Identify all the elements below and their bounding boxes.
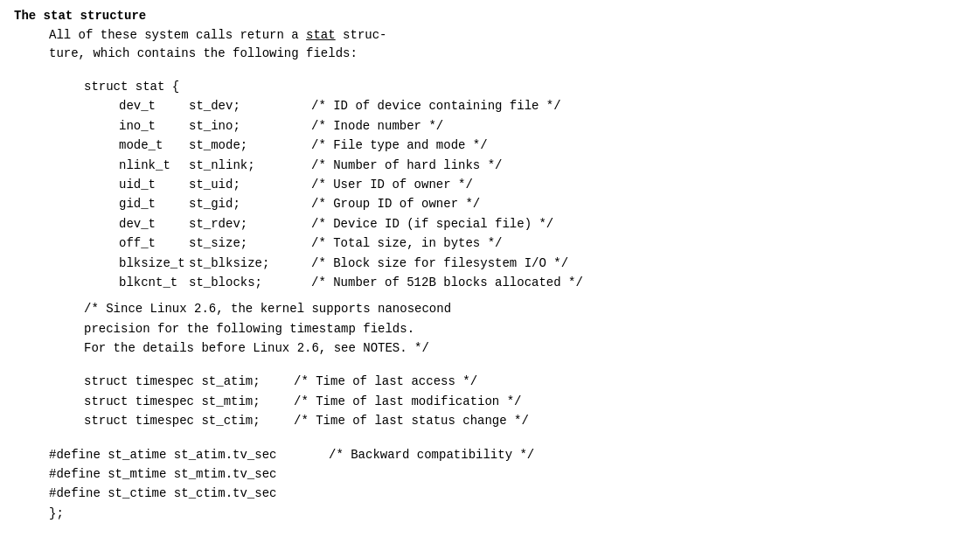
- intro-line2: ture, which contains the following field…: [49, 46, 358, 60]
- field-comment: /* ID of device containing file */: [311, 96, 561, 115]
- stat-keyword: stat: [306, 28, 336, 42]
- field-type: nlink_t: [119, 156, 189, 175]
- field-comment: /* User ID of owner */: [311, 175, 473, 194]
- struct-field-row: dev_tst_dev;/* ID of device containing f…: [119, 96, 966, 115]
- field-name: st_ino;: [189, 116, 311, 136]
- struct-field-row: uid_tst_uid;/* User ID of owner */: [119, 175, 966, 194]
- define-row: };: [49, 504, 966, 523]
- struct-field-row: blkcnt_tst_blocks;/* Number of 512B bloc…: [119, 273, 966, 292]
- field-name: st_gid;: [189, 194, 311, 213]
- struct-field-row: blksize_tst_blksize;/* Block size for fi…: [119, 254, 966, 273]
- timespec-field-row: struct timespec st_atim;/* Time of last …: [84, 372, 966, 391]
- timespec-field-row: struct timespec st_mtim;/* Time of last …: [84, 392, 966, 411]
- field-type: dev_t: [119, 214, 189, 234]
- timespec-decl: struct timespec st_atim;: [84, 372, 294, 391]
- field-name: st_rdev;: [189, 214, 311, 234]
- field-name: st_nlink;: [189, 156, 311, 175]
- timespec-decl: struct timespec st_ctim;: [84, 411, 294, 430]
- struct-field-row: off_tst_size;/* Total size, in bytes */: [119, 234, 966, 253]
- field-name: st_uid;: [189, 175, 311, 194]
- nano-comment-line3: For the details before Linux 2.6, see NO…: [84, 338, 451, 358]
- intro-line1-start: All of these system calls return a: [49, 28, 306, 42]
- struct-field-row: mode_tst_mode;/* File type and mode */: [119, 136, 966, 155]
- struct-fields: dev_tst_dev;/* ID of device containing f…: [119, 96, 966, 292]
- define-row: #define st_ctime st_ctim.tv_sec: [49, 484, 966, 503]
- struct-open: struct stat {: [84, 77, 966, 96]
- define-comment: /* Backward compatibility */: [329, 448, 534, 462]
- struct-block: struct stat { dev_tst_dev;/* ID of devic…: [84, 77, 966, 358]
- intro-paragraph: All of these system calls return a stat …: [49, 26, 966, 63]
- timespec-field-row: struct timespec st_ctim;/* Time of last …: [84, 411, 966, 430]
- field-comment: /* Device ID (if special file) */: [311, 214, 553, 234]
- field-comment: /* Number of hard links */: [311, 156, 502, 175]
- field-name: st_size;: [189, 234, 311, 253]
- intro-line1-end: struc-: [336, 28, 387, 42]
- define-row: #define st_atime st_atim.tv_sec/* Backwa…: [49, 445, 966, 464]
- section-title: The stat structure: [14, 9, 966, 23]
- struct-field-row: ino_tst_ino;/* Inode number */: [119, 116, 966, 136]
- field-type: blkcnt_t: [119, 273, 189, 292]
- field-comment: /* Group ID of owner */: [311, 194, 480, 213]
- field-comment: /* File type and mode */: [311, 136, 488, 155]
- field-type: uid_t: [119, 175, 189, 194]
- field-comment: /* Total size, in bytes */: [311, 234, 502, 253]
- field-type: blksize_t: [119, 254, 189, 273]
- field-type: dev_t: [119, 96, 189, 115]
- timespec-comment: /* Time of last access */: [294, 372, 477, 391]
- field-comment: /* Number of 512B blocks allocated */: [311, 273, 583, 292]
- field-name: st_blocks;: [189, 273, 311, 292]
- struct-field-row: dev_tst_rdev;/* Device ID (if special fi…: [119, 214, 966, 234]
- timespec-block: struct timespec st_atim;/* Time of last …: [84, 372, 966, 430]
- timespec-comment: /* Time of last modification */: [294, 392, 521, 411]
- struct-field-row: nlink_tst_nlink;/* Number of hard links …: [119, 156, 966, 175]
- struct-field-row: gid_tst_gid;/* Group ID of owner */: [119, 194, 966, 213]
- field-name: st_blksize;: [189, 254, 311, 273]
- field-name: st_mode;: [189, 136, 311, 155]
- field-comment: /* Block size for filesystem I/O */: [311, 254, 568, 273]
- field-type: ino_t: [119, 116, 189, 136]
- field-type: off_t: [119, 234, 189, 253]
- nano-comment-line2: precision for the following timestamp fi…: [84, 319, 451, 338]
- define-block: #define st_atime st_atim.tv_sec/* Backwa…: [49, 445, 966, 524]
- field-type: mode_t: [119, 136, 189, 155]
- nano-comment-line1: /* Since Linux 2.6, the kernel supports …: [84, 299, 451, 318]
- define-decl: #define st_atime st_atim.tv_sec: [49, 445, 329, 464]
- define-row: #define st_mtime st_mtim.tv_sec: [49, 464, 966, 484]
- timespec-decl: struct timespec st_mtim;: [84, 392, 294, 411]
- timespec-comment: /* Time of last status change */: [294, 411, 529, 430]
- nanosecond-comment: /* Since Linux 2.6, the kernel supports …: [84, 299, 451, 358]
- field-comment: /* Inode number */: [311, 116, 443, 136]
- field-type: gid_t: [119, 194, 189, 213]
- field-name: st_dev;: [189, 96, 311, 115]
